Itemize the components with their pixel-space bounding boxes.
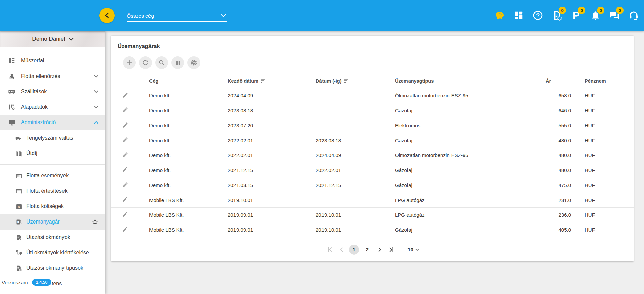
edit-row-button[interactable] — [122, 106, 130, 114]
piggy-bank-icon[interactable] — [494, 10, 505, 21]
sidebar-item-adminisztracio[interactable]: Adminisztráció — [0, 115, 105, 130]
sidebar-item-szallitasok[interactable]: Szállítások — [0, 84, 105, 99]
table-row: Demo kft. 2022.02.01 2024.04.09 Ólmozatl… — [111, 148, 634, 163]
sidebar-item-flotta-esemenyek[interactable]: Flotta események — [0, 168, 105, 183]
sidebar-item-utazasi-okmany-tipusok[interactable]: Utazási okmány típusok — [0, 260, 105, 276]
user-name: Demo Dániel — [32, 36, 65, 42]
col-header-fuel-type[interactable]: Üzemanyagtípus — [395, 78, 543, 84]
travel-document-icon — [15, 233, 23, 241]
page-1-button[interactable]: 1 — [349, 245, 359, 255]
notifications-badge: 0 — [597, 7, 604, 14]
help-icon[interactable]: ? — [532, 10, 544, 21]
calendar-cost-icon: $ — [15, 202, 23, 210]
sidebar-item-uzemanyagar[interactable]: F Üzemanyagár — [0, 214, 105, 230]
columns-icon — [174, 59, 181, 66]
sidebar-item-flotta-koltsegek[interactable]: $ Flotta költségek — [0, 199, 105, 214]
company-select[interactable]: Összes cég — [127, 9, 227, 22]
svg-text:?: ? — [536, 12, 540, 19]
sidebar-item-muszerfal[interactable]: Műszerfal — [0, 53, 105, 68]
edit-row-button[interactable] — [122, 121, 130, 129]
last-page-button[interactable] — [387, 245, 396, 254]
sort-icon — [344, 79, 349, 83]
search-button[interactable] — [155, 56, 168, 69]
chevron-down-icon — [221, 14, 226, 17]
chevron-down-icon — [94, 90, 98, 93]
chevron-down-icon — [69, 38, 74, 41]
sidebar-item-uti-okmanyok-kiertekelese[interactable]: Úti okmányok kiértékelése — [0, 245, 105, 260]
parking-icon[interactable]: P 0 — [570, 10, 582, 21]
route-pin-icon — [15, 249, 23, 257]
table-row: Demo kft. 2024.04.09 Ólmozatlan motorben… — [111, 88, 634, 103]
col-header-start-date[interactable]: Kezdő dátum — [228, 78, 316, 84]
chart-gear-icon — [8, 103, 16, 111]
messages-icon[interactable]: 0 — [609, 10, 620, 21]
sidebar-nav: Műszerfal Flotta ellenőrzés — [0, 47, 105, 291]
company-select-value: Összes cég — [127, 13, 154, 19]
settings-button[interactable] — [187, 56, 200, 69]
table-row: Mobile LBS Kft. 2019.09.01 2019.10.01 Gá… — [111, 223, 634, 238]
calendar-alert-icon — [15, 187, 23, 195]
col-header-company[interactable]: Cég — [149, 78, 228, 84]
edit-row-button[interactable] — [122, 196, 130, 204]
columns-button[interactable] — [171, 56, 184, 69]
col-header-currency[interactable]: Pénznem — [571, 78, 634, 84]
sidebar: Demo Dániel Műszerfal — [0, 31, 105, 294]
fuel-prices-table: Cég Kezdő dátum Dátum (-ig) Üzemanyagtíp… — [111, 74, 634, 237]
star-icon[interactable] — [92, 218, 98, 225]
sidebar-collapse-button[interactable] — [99, 8, 115, 23]
table-row: Mobile LBS Kft. 2019.10.01 LPG autógáz 2… — [111, 193, 634, 208]
table-row: Demo kft. 2021.03.15 2021.12.15 Gázolaj … — [111, 178, 634, 193]
apps-grid-icon[interactable] — [513, 10, 524, 21]
chevron-up-icon — [94, 121, 98, 124]
document-sync-icon[interactable]: 0 — [551, 10, 563, 21]
sidebar-item-flotta-ertesitesek[interactable]: Flotta értesítések — [0, 183, 105, 199]
topbar: Összes cég ? — [0, 0, 644, 31]
chevron-left-icon — [104, 12, 111, 19]
notifications-bell-icon[interactable]: 0 — [590, 10, 601, 21]
edit-row-button[interactable] — [122, 136, 130, 144]
first-page-button[interactable] — [326, 245, 334, 254]
edit-row-button[interactable] — [122, 181, 130, 189]
sidebar-item-utazasi-okmanyok[interactable]: Utazási okmányok — [0, 230, 105, 245]
table-row: Demo kft. 2021.12.15 2022.02.01 Gázolaj … — [111, 163, 634, 178]
refresh-icon — [142, 59, 149, 66]
document-sync-badge: 0 — [559, 7, 566, 14]
document-types-gear-icon — [15, 264, 23, 272]
chevron-down-icon — [94, 106, 98, 108]
sidebar-item-utdij[interactable]: Útdíj — [0, 146, 105, 161]
col-header-end-date[interactable]: Dátum (-ig) — [316, 78, 395, 84]
calendar-icon — [15, 172, 23, 180]
search-icon — [158, 59, 165, 66]
edit-row-button[interactable] — [122, 91, 130, 99]
chevron-down-icon — [94, 75, 98, 78]
add-button[interactable] — [123, 56, 136, 69]
edit-row-button[interactable] — [122, 166, 130, 174]
edit-row-button[interactable] — [122, 210, 130, 218]
fuel-prices-card: Üzemanyagárak — [111, 36, 634, 261]
previous-page-button[interactable] — [337, 245, 346, 254]
parking-badge: 0 — [578, 7, 585, 14]
headset-icon[interactable] — [628, 10, 639, 21]
col-header-price[interactable]: Ár — [543, 78, 571, 84]
page-title: Üzemanyagárak — [118, 43, 160, 49]
edit-row-button[interactable] — [122, 225, 130, 233]
next-page-button[interactable] — [375, 245, 384, 254]
page-size-select[interactable]: 10 — [407, 247, 419, 253]
messages-badge: 0 — [616, 7, 624, 14]
sidebar-item-tengelyszam-valtas[interactable]: Tengelyszám váltás — [0, 130, 105, 146]
sidebar-item-flotta-ellenorzes[interactable]: Flotta ellenőrzés — [0, 68, 105, 84]
table-row: Mobile LBS Kft. 2019.09.01 2019.10.01 LP… — [111, 207, 634, 223]
sidebar-item-alapadatok[interactable]: Alapadatok — [0, 99, 105, 115]
version-badge: 1.4.50 — [32, 279, 52, 286]
user-menu[interactable]: Demo Dániel — [0, 31, 105, 47]
table-toolbar — [123, 56, 200, 69]
bus-icon — [8, 88, 16, 96]
pagination: 1 2 10 — [111, 243, 634, 256]
map-icon — [15, 149, 23, 157]
plus-icon — [126, 59, 133, 66]
chevron-down-icon — [415, 249, 419, 251]
fuel-pump-icon: F — [15, 218, 23, 226]
refresh-button[interactable] — [139, 56, 152, 69]
page-2-button[interactable]: 2 — [362, 245, 372, 255]
edit-row-button[interactable] — [122, 151, 130, 159]
